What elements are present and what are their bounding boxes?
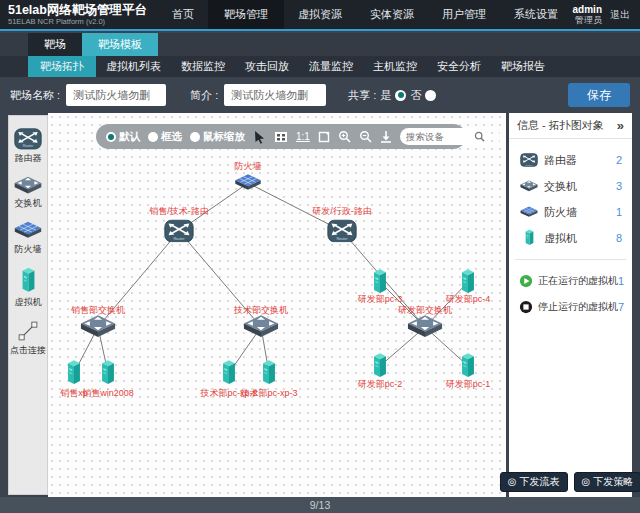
tab-0[interactable]: 靶场 [28,33,82,56]
save-button[interactable]: 保存 [568,83,630,107]
user-block: admin 管理员 [573,4,602,26]
overview-button[interactable] [274,131,288,143]
top-header: 51elab网络靶场管理平台 51ELAB NCR Platform (v2.0… [0,0,640,31]
share-option-label-1: 否 [410,88,421,103]
topology-node-switch-rd[interactable] [407,314,443,339]
running-icon [519,274,533,288]
panel-action-button-0[interactable]: ◎下发流表 [500,472,568,492]
palette-item-switch[interactable]: 交换机 [14,176,42,211]
toolbar-mode-2[interactable]: 鼠标缩放 [190,130,245,144]
toolbar-mode-0[interactable]: 默认 [106,130,140,144]
firewall-icon [235,173,262,192]
switch-icon [520,180,538,193]
topology-node-switch-sales[interactable] [80,314,116,339]
panel-action-button-1[interactable]: ◎下发策略 [574,472,640,492]
switch-icon [243,314,279,339]
scenario-name-label: 靶场名称 : [10,88,60,103]
fullscreen-button[interactable] [318,131,330,143]
topology-node-vm-rd-pc-2[interactable] [372,352,389,379]
subtab-4[interactable]: 流量监控 [299,56,363,77]
switch-icon [80,314,116,339]
vm-icon [372,268,389,295]
info-panel-title: 信息 - 拓扑图对象 [517,118,604,133]
topology-node-label-vm-rd-pc-3: 研发部pc-3 [358,294,403,304]
topology-node-vm-sales-win2008[interactable] [100,359,117,386]
topology-node-router-sales-tech[interactable]: Router [164,219,194,242]
palette-item-label: 路由器 [15,152,42,165]
subtab-1[interactable]: 虚拟机列表 [96,56,171,77]
topology-node-label-vm-rd-pc-1: 研发部pc-1 [446,379,491,389]
topology-node-vm-rd-pc-3[interactable] [372,268,389,295]
nav-item-1[interactable]: 靶场管理 [208,0,284,29]
panel-count-label: 路由器 [544,153,577,168]
topology-node-vm-tech-pc-xp-2[interactable] [221,359,238,386]
subtab-2[interactable]: 数据监控 [171,56,235,77]
one-to-one-zoom-button[interactable]: 1:1 [296,131,310,142]
toolbar-mode-label: 鼠标缩放 [203,130,245,144]
zoom-out-icon [359,130,372,143]
topology-node-switch-tech[interactable] [243,314,279,339]
stopped-icon-wrap [519,300,533,314]
vm-icon [524,229,535,247]
zoom-in-button[interactable] [338,130,351,143]
search-icon [474,131,485,142]
topology-node-vm-tech-pc-xp-3[interactable] [261,359,278,386]
device-palette: Router路由器 交换机 防火墙 虚拟机 点击连接 [8,115,48,495]
svg-text:Router: Router [173,237,185,241]
nav-item-0[interactable]: 首页 [158,0,208,29]
vm-icon [460,352,477,379]
palette-item-router[interactable]: Router路由器 [14,128,42,165]
topology-node-router-rd-admin[interactable]: Router [327,219,357,242]
vm-icon [372,352,389,379]
brand-title: 51elab网络靶场管理平台 [8,3,158,17]
toolbar-mode-label: 框选 [161,130,182,144]
stopped-icon [519,300,533,314]
palette-item-connect[interactable]: 点击连接 [10,320,46,357]
radio-dot [106,132,116,142]
share-radio-1[interactable] [425,90,436,101]
nav-item-4[interactable]: 用户管理 [428,0,500,29]
page-tabs: 靶场靶场模板 [0,33,640,56]
panel-status-value: 1 [618,275,624,287]
subtab-3[interactable]: 攻击回放 [235,56,299,77]
topology-node-firewall[interactable] [235,173,262,192]
scenario-name-input[interactable] [66,84,166,106]
toolbar-mode-1[interactable]: 框选 [148,130,182,144]
device-search-input[interactable] [406,131,474,142]
info-panel: 信息 - 拓扑图对象 » Router路由器2 交换机3 防火墙1 虚拟机8 正… [509,113,632,497]
export-button[interactable] [380,130,392,143]
subtab-0[interactable]: 靶场拓扑 [28,56,96,77]
scenario-desc-input[interactable] [224,84,326,106]
device-search-box[interactable] [400,128,491,145]
panel-count-row-router: Router路由器2 [509,147,632,173]
svg-text:Router: Router [336,237,348,241]
subtab-7[interactable]: 靶场报告 [491,56,555,77]
topology-node-vm-sales-xp[interactable] [66,359,83,386]
share-radio-0[interactable] [395,90,406,101]
firewall-icon [520,206,538,219]
palette-item-vm[interactable]: 虚拟机 [15,267,42,309]
topology-node-vm-rd-pc-1[interactable] [460,352,477,379]
main-nav: 首页靶场管理虚拟资源实体资源用户管理系统设置 [158,0,572,29]
subtab-5[interactable]: 主机监控 [363,56,427,77]
router-icon: Router [520,153,538,167]
router-icon: Router [14,128,42,150]
logout-button[interactable]: 退出 [610,8,630,22]
topology-node-vm-rd-pc-4[interactable] [460,268,477,295]
tab-1[interactable]: 靶场模板 [82,33,158,56]
nav-item-5[interactable]: 系统设置 [500,0,572,29]
nav-item-3[interactable]: 实体资源 [356,0,428,29]
user-name: admin [573,4,602,15]
topology-canvas[interactable]: 防火墙 Router销售/技术-路由 Router研发/行政-路由 销售部交换机… [48,113,506,497]
radio-dot [148,132,158,142]
palette-item-firewall[interactable]: 防火墙 [14,221,42,256]
save-topology-button[interactable] [499,130,506,143]
topology-node-label-vm-sales-win2008: 销售win2008 [82,388,134,398]
subtab-6[interactable]: 安全分析 [427,56,491,77]
download-icon [380,130,392,143]
zoom-out-button[interactable] [359,130,372,143]
nav-item-2[interactable]: 虚拟资源 [284,0,356,29]
cursor-tool-button[interactable] [253,130,266,144]
collapse-panel-icon[interactable]: » [617,119,624,132]
panel-count-row-firewall: 防火墙1 [509,199,632,225]
